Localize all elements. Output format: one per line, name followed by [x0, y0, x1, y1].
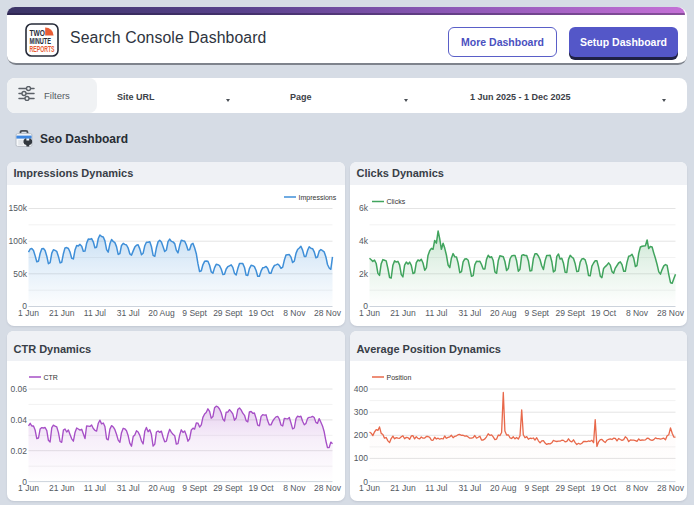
- svg-text:6k: 6k: [359, 203, 369, 213]
- svg-text:1 Jun: 1 Jun: [18, 308, 39, 318]
- svg-text:Position: Position: [387, 374, 412, 381]
- svg-text:21 Jun: 21 Jun: [49, 308, 75, 318]
- svg-text:Impressions: Impressions: [299, 194, 337, 202]
- svg-text:20 Aug: 20 Aug: [490, 308, 517, 318]
- svg-text:0.04: 0.04: [10, 415, 27, 425]
- svg-text:29 Sept: 29 Sept: [213, 308, 243, 318]
- svg-text:100k: 100k: [9, 236, 28, 246]
- svg-text:REPORTS: REPORTS: [30, 44, 55, 54]
- svg-text:Impressions Dynamics: Impressions Dynamics: [14, 167, 134, 179]
- svg-text:4k: 4k: [359, 236, 369, 246]
- svg-text:9 Sept: 9 Sept: [182, 308, 207, 318]
- svg-text:400: 400: [354, 384, 368, 394]
- svg-text:31 Jul: 31 Jul: [117, 308, 140, 318]
- svg-text:Average Position Dynamics: Average Position Dynamics: [357, 343, 501, 355]
- svg-text:11 Jul: 11 Jul: [425, 308, 447, 318]
- svg-text:21 Jun: 21 Jun: [390, 483, 416, 493]
- svg-text:29 Sept: 29 Sept: [556, 483, 586, 493]
- svg-text:31 Jul: 31 Jul: [458, 483, 481, 493]
- svg-text:11 Jul: 11 Jul: [425, 483, 447, 493]
- svg-text:150k: 150k: [9, 203, 28, 213]
- svg-text:Clicks Dynamics: Clicks Dynamics: [357, 167, 444, 179]
- svg-text:28 Nov: 28 Nov: [657, 308, 685, 318]
- svg-text:0.06: 0.06: [10, 384, 27, 394]
- svg-text:200: 200: [354, 430, 368, 440]
- svg-text:8 Nov: 8 Nov: [626, 483, 649, 493]
- svg-text:29 Sept: 29 Sept: [213, 483, 243, 493]
- svg-text:21 Jun: 21 Jun: [49, 483, 75, 493]
- svg-text:9 Sept: 9 Sept: [182, 483, 207, 493]
- svg-text:21 Jun: 21 Jun: [390, 308, 416, 318]
- svg-text:20 Aug: 20 Aug: [490, 483, 517, 493]
- svg-text:19 Oct: 19 Oct: [249, 308, 275, 318]
- svg-text:28 Nov: 28 Nov: [657, 483, 685, 493]
- svg-text:28 Nov: 28 Nov: [314, 308, 342, 318]
- svg-text:31 Jul: 31 Jul: [458, 308, 481, 318]
- svg-text:1 Jun: 1 Jun: [359, 483, 380, 493]
- svg-text:29 Sept: 29 Sept: [556, 308, 586, 318]
- svg-text:11 Jul: 11 Jul: [84, 483, 106, 493]
- svg-text:20 Aug: 20 Aug: [148, 308, 175, 318]
- svg-text:9 Sept: 9 Sept: [524, 308, 549, 318]
- svg-text:8 Nov: 8 Nov: [283, 483, 306, 493]
- svg-text:1 Jun: 1 Jun: [18, 483, 39, 493]
- svg-text:8 Nov: 8 Nov: [626, 308, 649, 318]
- svg-text:2k: 2k: [359, 269, 369, 279]
- svg-text:19 Oct: 19 Oct: [591, 308, 617, 318]
- svg-text:31 Jul: 31 Jul: [117, 483, 140, 493]
- svg-text:11 Jul: 11 Jul: [84, 308, 106, 318]
- svg-text:50k: 50k: [13, 269, 27, 279]
- svg-text:28 Nov: 28 Nov: [314, 483, 342, 493]
- svg-text:CTR Dynamics: CTR Dynamics: [14, 343, 92, 355]
- svg-text:100: 100: [354, 453, 368, 463]
- svg-text:20 Aug: 20 Aug: [148, 483, 175, 493]
- svg-text:0.02: 0.02: [10, 446, 27, 456]
- svg-text:1 Jun: 1 Jun: [359, 308, 380, 318]
- svg-text:CTR: CTR: [44, 374, 58, 381]
- svg-text:19 Oct: 19 Oct: [591, 483, 617, 493]
- svg-text:19 Oct: 19 Oct: [249, 483, 275, 493]
- svg-text:9 Sept: 9 Sept: [524, 483, 549, 493]
- svg-text:Clicks: Clicks: [387, 198, 406, 205]
- svg-text:8 Nov: 8 Nov: [283, 308, 306, 318]
- svg-text:300: 300: [354, 407, 368, 417]
